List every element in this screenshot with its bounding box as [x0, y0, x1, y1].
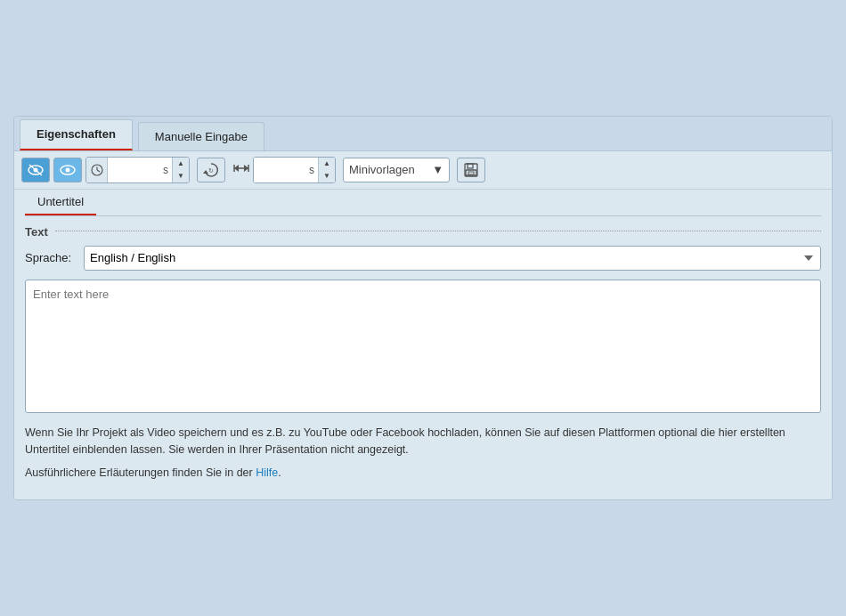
language-select[interactable]: English / English Deutsch / German Franç… [84, 246, 821, 271]
eye-crossed-icon [28, 164, 44, 176]
rotation-icon-button[interactable]: ↻ [197, 158, 225, 182]
main-panel: Eigenschaften Manuelle Eingabe [13, 116, 833, 500]
offset-arrows: ▲ ▼ [318, 158, 335, 182]
svg-line-7 [97, 170, 100, 172]
svg-point-4 [66, 167, 70, 172]
inner-tab-untertitel[interactable]: Untertitel [25, 190, 96, 215]
subtitle-text-input[interactable] [25, 280, 821, 413]
duration-spinner: 3,675 s ▲ ▼ [85, 157, 190, 183]
help-text-row: Ausführlichere Erläuterungen finden Sie … [25, 465, 821, 482]
inner-tabs-row: Untertitel [25, 190, 821, 216]
minivorlagen-label: Minivorlagen [349, 163, 415, 176]
duration-input[interactable]: 3,675 [108, 158, 159, 182]
duration-arrows: ▲ ▼ [172, 158, 189, 182]
help-link[interactable]: Hilfe [256, 466, 278, 479]
language-label: Sprache: [25, 251, 77, 264]
content-area: Untertitel Text Sprache: English / Engli… [14, 190, 832, 499]
tab-eigenschaften[interactable]: Eigenschaften [20, 119, 133, 150]
duration-up-button[interactable]: ▲ [173, 158, 189, 170]
help-suffix: . [278, 466, 281, 479]
svg-rect-16 [468, 164, 473, 168]
save-icon [463, 162, 479, 178]
offset-up-button[interactable]: ▲ [319, 158, 335, 170]
minivorlagen-arrow-icon: ▼ [432, 163, 443, 176]
tab-manuelle-eingabe[interactable]: Manuelle Eingabe [138, 122, 264, 150]
info-text: Wenn Sie Ihr Projekt als Video speichern… [25, 425, 821, 458]
offset-spinner: 0 s ▲ ▼ [253, 157, 336, 183]
save-button[interactable] [457, 158, 485, 182]
help-prefix: Ausführlichere Erläuterungen finden Sie … [25, 466, 256, 479]
language-row: Sprache: English / English Deutsch / Ger… [25, 246, 821, 271]
toolbar: 3,675 s ▲ ▼ ↻ [14, 151, 832, 190]
hide-icon-button[interactable] [21, 158, 50, 182]
offset-down-button[interactable]: ▼ [319, 170, 335, 182]
duration-unit: s [159, 164, 172, 176]
svg-rect-18 [468, 172, 474, 174]
offset-icon [232, 160, 250, 179]
top-tabs-row: Eigenschaften Manuelle Eingabe [14, 117, 832, 151]
offset-unit: s [305, 164, 318, 176]
svg-text:↻: ↻ [208, 167, 214, 174]
show-icon-button[interactable] [53, 158, 82, 182]
minivorlagen-dropdown[interactable]: Minivorlagen ▼ [343, 158, 450, 182]
duration-down-button[interactable]: ▼ [173, 170, 189, 182]
rotate-icon: ↻ [203, 162, 219, 178]
offset-group: 0 s ▲ ▼ [232, 157, 336, 183]
offset-input[interactable]: 0 [254, 158, 305, 182]
clock-icon [86, 158, 108, 182]
eye-icon [60, 165, 76, 175]
text-section-label: Text [25, 225, 821, 239]
